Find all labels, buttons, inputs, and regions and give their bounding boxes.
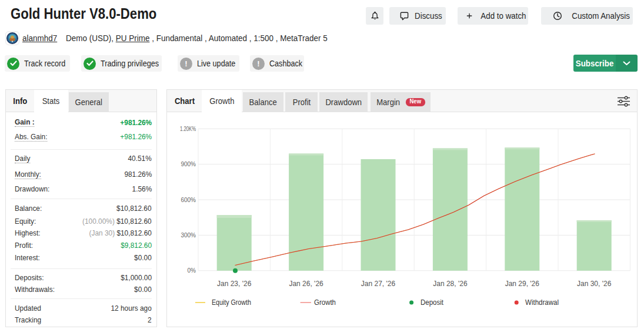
svg-text:Withdrawal: Withdrawal: [525, 298, 559, 307]
svg-text:Jan 28, '26: Jan 28, '26: [433, 280, 468, 288]
svg-text:Jan 23, '26: Jan 23, '26: [217, 280, 252, 288]
svg-text:Deposit: Deposit: [421, 298, 444, 307]
svg-text:300%: 300%: [181, 232, 196, 238]
svg-text:1.20K%: 1.20K%: [180, 126, 196, 132]
svg-text:Jan 26, '26: Jan 26, '26: [289, 280, 323, 288]
svg-text:900%: 900%: [181, 161, 196, 167]
svg-text:Jan 27, '26: Jan 27, '26: [361, 280, 396, 288]
svg-text:Equity Growth: Equity Growth: [212, 298, 251, 307]
svg-text:600%: 600%: [181, 197, 196, 203]
svg-text:0%: 0%: [188, 267, 196, 274]
svg-text:Growth: Growth: [314, 298, 336, 307]
svg-text:Jan 29, '26: Jan 29, '26: [505, 280, 540, 288]
svg-text:Jan 30, '26: Jan 30, '26: [577, 280, 612, 288]
